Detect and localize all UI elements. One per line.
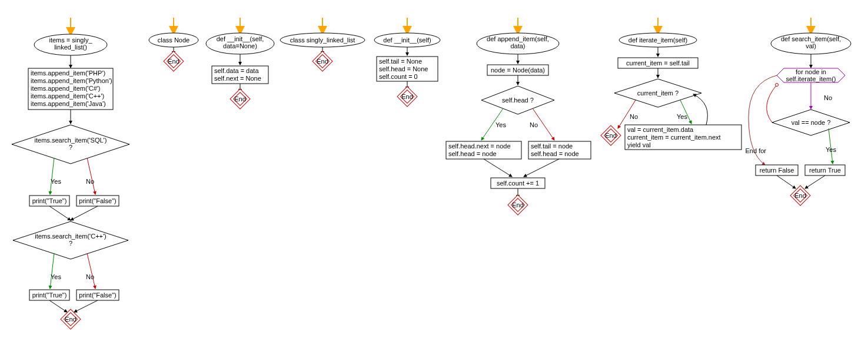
fc4-start: class singly_linked_list: [290, 37, 355, 44]
fc7-end: End: [605, 132, 617, 139]
fc6-end: End: [512, 201, 524, 208]
fc1-p1-0: items.append_item('PHP'): [31, 69, 105, 77]
fc1-pt1: print("True"): [32, 197, 67, 204]
fc8-endfor: End for: [746, 147, 767, 154]
fc1-p1-1: items.append_item('Python'): [31, 77, 112, 84]
fc1-p1-2: items.append_item('C#'): [31, 85, 101, 92]
fc5-p0: self.tail = None: [379, 58, 422, 65]
fc6-nb0: self.tail = node: [531, 143, 573, 150]
fc1-pf1: print("False"): [79, 197, 116, 204]
fc7: def iterate_item(self) current_item = se…: [601, 18, 741, 150]
fc6-p1: node = Node(data): [491, 67, 545, 74]
fc8-l1: for node in: [796, 68, 826, 75]
fc7-yes: Yes: [677, 113, 687, 120]
fc5-p1: self.head = None: [379, 65, 428, 72]
fc2: class Node End: [149, 18, 198, 71]
fc1-pf2: print("False"): [79, 292, 116, 299]
fc1-d1-2: ?: [69, 144, 72, 151]
flowchart-diagram: items = singly_ linked_list() items.appe…: [0, 0, 868, 351]
fc7-l1: current_item = current_item.next: [627, 134, 721, 141]
fc8-end: End: [794, 192, 806, 199]
fc7-l2: yield val: [627, 141, 651, 148]
fc1-no1: No: [86, 178, 94, 185]
fc1-d1-1: items.search_item('SQL'): [35, 137, 107, 144]
fc3-p1: self.next = None: [214, 75, 261, 82]
fc8-rt: return True: [809, 167, 841, 174]
fc7-no: No: [630, 113, 638, 120]
fc3: def __init__(self, data=None) self.data …: [206, 18, 274, 109]
fc7-start: def iterate_item(self): [628, 37, 687, 44]
fc8-s1: def search_item(self,: [781, 35, 841, 42]
fc8: def search_item(self, val) for node in s…: [746, 18, 851, 206]
fc4-end: End: [317, 58, 328, 65]
fc3-s1: def __init__(self,: [217, 35, 264, 42]
fc5-p2: self.count = 0: [379, 73, 418, 80]
fc3-s2: data=None): [223, 42, 257, 49]
fc6-dec: self.head ?: [502, 97, 534, 104]
fc6-s1: def append_item(self,: [487, 35, 549, 42]
fc4: class singly_linked_list End: [280, 18, 365, 71]
fc1: items = singly_ linked_list() items.appe…: [12, 18, 129, 329]
fc8-nolp: No: [824, 94, 832, 101]
fc3-end: End: [234, 95, 246, 102]
fc1-yes2: Yes: [51, 273, 61, 280]
fc5-start: def __init__(self): [383, 37, 431, 44]
fc1-d2-2: ?: [69, 240, 72, 247]
svg-point-64: [776, 84, 779, 87]
fc6-no: No: [530, 121, 538, 128]
fc3-p0: self.data = data: [214, 67, 259, 74]
fc1-p1-3: items.append_item('C++'): [31, 92, 104, 100]
fc1-no2: No: [86, 273, 94, 280]
fc7-p1: current_item = self.tail: [626, 59, 690, 67]
fc8-s2: val): [806, 42, 816, 49]
fc8-rf: return False: [760, 167, 794, 174]
fc6: def append_item(self, data) node = Node(…: [446, 18, 591, 215]
fc2-start: class Node: [158, 37, 189, 44]
fc7-dec: current_item ?: [637, 90, 679, 97]
fc2-end: End: [168, 58, 179, 65]
fc1-start-l2: linked_list(): [54, 44, 87, 51]
fc5-end: End: [401, 93, 413, 100]
fc1-yes1: Yes: [51, 178, 61, 185]
fc6-yes: Yes: [495, 121, 506, 128]
fc8-dec: val == node ?: [791, 119, 831, 126]
fc5: def __init__(self) self.tail = None self…: [374, 18, 440, 107]
fc7-l0: val = current_item.data: [627, 126, 694, 133]
fc1-pt2: print("True"): [32, 292, 67, 299]
fc1-p1-4: items.append_item('Java'): [31, 100, 106, 107]
fc8-l2: self.iterate_item(): [786, 75, 836, 82]
fc6-yb0: self.head.next = node: [448, 143, 511, 150]
fc6-s2: data): [510, 42, 525, 49]
fc1-start-l1: items = singly_: [49, 37, 92, 44]
fc6-nb1: self.head = node: [531, 150, 579, 157]
fc6-join: self.count += 1: [497, 180, 539, 187]
fc6-yb1: self.head = node: [448, 150, 497, 157]
fc1-end: End: [65, 316, 77, 323]
fc8-yes: Yes: [826, 146, 836, 153]
fc1-d2-1: items.search_item('C++'): [35, 233, 107, 240]
